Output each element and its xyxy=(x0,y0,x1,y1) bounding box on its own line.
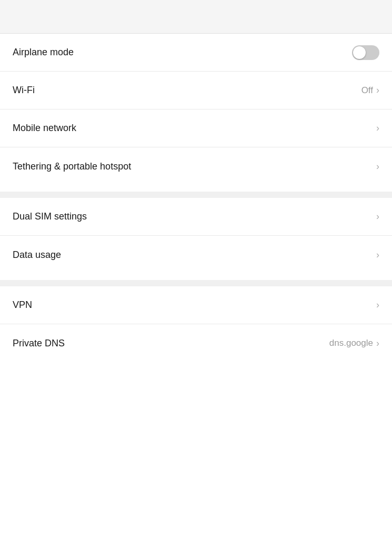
right-mobile-network: › xyxy=(376,123,379,134)
label-mobile-network: Mobile network xyxy=(13,123,76,134)
label-tethering: Tethering & portable hotspot xyxy=(13,161,131,172)
settings-item-airplane-mode[interactable]: Airplane mode xyxy=(0,34,392,72)
settings-section-3: VPN›Private DNSdns.google› xyxy=(0,286,392,362)
label-data-usage: Data usage xyxy=(13,249,61,261)
label-vpn: VPN xyxy=(13,300,32,311)
status-private-dns: dns.google xyxy=(329,338,373,348)
settings-item-mobile-network[interactable]: Mobile network› xyxy=(0,109,392,147)
chevron-data-usage: › xyxy=(376,249,379,261)
section-divider xyxy=(0,280,392,286)
right-wifi: Off› xyxy=(361,85,379,96)
label-airplane-mode: Airplane mode xyxy=(13,47,74,58)
status-wifi: Off xyxy=(361,85,373,96)
right-data-usage: › xyxy=(376,249,379,261)
right-airplane-mode xyxy=(352,45,379,60)
right-private-dns: dns.google› xyxy=(329,338,379,349)
toggle-track xyxy=(352,45,379,60)
settings-item-tethering[interactable]: Tethering & portable hotspot› xyxy=(0,147,392,185)
right-tethering: › xyxy=(376,161,379,172)
settings-item-vpn[interactable]: VPN› xyxy=(0,286,392,324)
chevron-tethering: › xyxy=(376,161,379,172)
settings-item-dual-sim[interactable]: Dual SIM settings› xyxy=(0,198,392,236)
header xyxy=(0,0,392,34)
settings-item-private-dns[interactable]: Private DNSdns.google› xyxy=(0,324,392,362)
label-private-dns: Private DNS xyxy=(13,338,65,349)
label-wifi: Wi-Fi xyxy=(13,85,35,96)
chevron-mobile-network: › xyxy=(376,123,379,134)
right-dual-sim: › xyxy=(376,211,379,222)
right-vpn: › xyxy=(376,300,379,311)
section-divider xyxy=(0,192,392,198)
settings-container: Airplane modeWi-FiOff›Mobile network›Tet… xyxy=(0,34,392,362)
chevron-dual-sim: › xyxy=(376,211,379,222)
settings-item-data-usage[interactable]: Data usage› xyxy=(0,236,392,274)
chevron-vpn: › xyxy=(376,300,379,311)
chevron-wifi: › xyxy=(376,85,379,96)
toggle-airplane-mode[interactable] xyxy=(352,45,379,60)
toggle-thumb xyxy=(353,46,366,59)
settings-item-wifi[interactable]: Wi-FiOff› xyxy=(0,72,392,109)
settings-section-2: Dual SIM settings›Data usage› xyxy=(0,198,392,274)
chevron-private-dns: › xyxy=(376,338,379,349)
label-dual-sim: Dual SIM settings xyxy=(13,211,87,222)
settings-section-1: Airplane modeWi-FiOff›Mobile network›Tet… xyxy=(0,34,392,185)
